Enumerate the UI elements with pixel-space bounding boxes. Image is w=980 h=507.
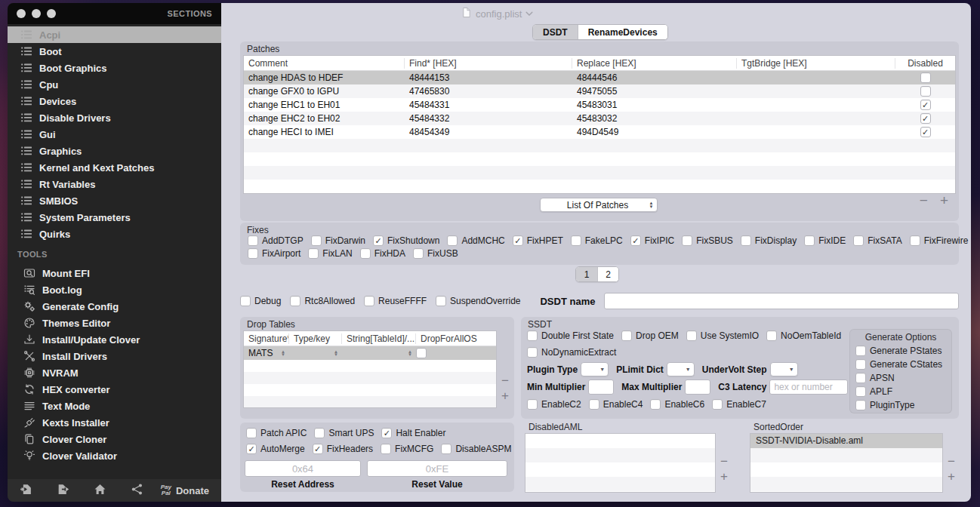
tab-renamedevices[interactable]: RenameDevices <box>578 25 667 39</box>
checkbox-box[interactable]: ✓ <box>630 235 641 246</box>
patch-row[interactable]: change HECI to IMEI48454349494D4549✓ <box>244 125 955 139</box>
checkbox-box[interactable] <box>766 330 777 341</box>
undervolt-step-select[interactable]: ▼ <box>770 362 798 376</box>
page-button-2[interactable]: 2 <box>597 267 618 281</box>
dropforallos-checkbox[interactable] <box>416 348 427 358</box>
remove-patch-button[interactable]: − <box>920 195 928 207</box>
fix-fixide[interactable]: FixIDE <box>804 235 846 246</box>
fix-fixhpet[interactable]: ✓FixHPET <box>513 235 563 246</box>
checkbox-box[interactable]: ✓ <box>313 444 323 454</box>
dsdt-rtc8allowed[interactable]: Rtc8Allowed <box>290 296 355 306</box>
checkbox-box[interactable] <box>248 248 258 259</box>
ssdt-nooemtableid[interactable]: NoOemTableId <box>766 330 841 341</box>
reset-address-input[interactable] <box>245 460 361 477</box>
checkbox-box[interactable] <box>246 428 257 438</box>
fix-fixusb[interactable]: FixUSB <box>413 248 458 259</box>
checkbox-box[interactable] <box>441 444 451 454</box>
checkbox-box[interactable] <box>311 235 322 246</box>
tool-item-clover-validator[interactable]: Clover Validator <box>8 447 221 464</box>
sidebar-item-boot-graphics[interactable]: Boot Graphics <box>8 60 221 76</box>
checkbox-box[interactable] <box>741 235 751 246</box>
checkbox-box[interactable] <box>712 399 723 410</box>
dsdt-suspendoverride[interactable]: SuspendOverride <box>436 296 520 306</box>
fix-fixdarwin[interactable]: FixDarwin <box>311 235 365 246</box>
dsdt-reuseffff[interactable]: ReuseFFFF <box>364 296 427 306</box>
checkbox-box[interactable] <box>686 330 697 341</box>
checkbox-box[interactable] <box>447 235 458 246</box>
add-aml-button[interactable]: + <box>720 472 728 481</box>
tool-item-generate-config[interactable]: Generate Config <box>8 298 221 315</box>
checkbox-box[interactable] <box>910 235 920 246</box>
add-sorted-button[interactable]: + <box>948 472 955 481</box>
ssdt-nodynamicextract[interactable]: NoDynamicExtract <box>527 347 616 358</box>
checkbox-box[interactable] <box>621 330 632 341</box>
sidebar-item-cpu[interactable]: Cpu <box>8 76 221 93</box>
tool-item-install-update-clover[interactable]: Install/Update Clover <box>8 331 221 348</box>
checkbox-box[interactable] <box>650 399 661 410</box>
minimize-button[interactable] <box>32 9 41 18</box>
remove-sorted-button[interactable]: − <box>948 456 955 466</box>
tool-item-kexts-installer[interactable]: Kexts Installer <box>8 414 221 431</box>
checkbox-box[interactable] <box>527 399 538 410</box>
tool-item-mount-efi[interactable]: Mount EFI <box>8 265 221 281</box>
checkbox-box[interactable] <box>571 235 581 246</box>
reset-value-input[interactable] <box>367 460 507 477</box>
tool-item-hex-converter[interactable]: HEX converter <box>8 381 221 398</box>
donate-button[interactable]: PayPal Donate <box>161 484 209 496</box>
document-title[interactable]: config.plist <box>461 7 533 20</box>
plimit-dict-select[interactable]: ▼ <box>667 362 695 376</box>
fix-fixsata[interactable]: FixSATA <box>853 235 902 246</box>
dsdt-debug[interactable]: Debug <box>240 296 281 306</box>
checkbox-box[interactable] <box>804 235 815 246</box>
fix-fixsbus[interactable]: FixSBUS <box>682 235 733 246</box>
ssdt-enablec6[interactable]: EnableC6 <box>650 399 704 410</box>
close-button[interactable] <box>17 9 26 18</box>
fix-fixlan[interactable]: FixLAN <box>308 248 352 259</box>
tool-item-install-drivers[interactable]: Install Drivers <box>8 348 221 364</box>
toolbar-import-button[interactable] <box>20 483 32 499</box>
ssdt-drop-oem[interactable]: Drop OEM <box>621 330 679 341</box>
sidebar-item-rt-variables[interactable]: Rt Variables <box>8 176 221 192</box>
sidebar-item-quirks[interactable]: Quirks <box>8 226 221 242</box>
tool-item-text-mode[interactable]: Text Mode <box>8 398 221 414</box>
min-multiplier-input[interactable] <box>588 379 614 395</box>
list-item[interactable]: SSDT-NVIDIA-Disable.aml <box>750 434 942 448</box>
checkbox-box[interactable]: ✓ <box>246 444 257 454</box>
sidebar-item-acpi[interactable]: Acpi <box>8 26 221 43</box>
sidebar-item-smbios[interactable]: SMBIOS <box>8 192 221 209</box>
checkbox-box[interactable] <box>855 400 866 410</box>
tool-item-boot-log[interactable]: Boot.log <box>8 281 221 298</box>
checkbox-box[interactable] <box>589 399 599 410</box>
checkbox-box[interactable] <box>855 346 866 356</box>
patch-row[interactable]: change HDAS to HDEF4844415348444546 <box>244 71 955 84</box>
tool-item-nvram[interactable]: NVRAM <box>8 364 221 381</box>
fix-adddtgp[interactable]: AddDTGP <box>248 235 304 246</box>
tool-item-clover-cloner[interactable]: Clover Cloner <box>8 431 221 447</box>
patch-row[interactable]: change EHC2 to EH024548433245483032✓ <box>244 112 955 125</box>
c3-latency-input[interactable] <box>769 379 848 395</box>
ssdt-double-first-state[interactable]: Double First State <box>527 330 614 341</box>
disabled-checkbox[interactable] <box>920 86 931 97</box>
checkbox-box[interactable] <box>682 235 692 246</box>
zoom-button[interactable] <box>47 9 56 18</box>
checkbox-box[interactable] <box>413 248 424 259</box>
checkbox-box[interactable] <box>436 296 446 306</box>
ssdt-enablec7[interactable]: EnableC7 <box>712 399 766 410</box>
fix-fixfirewire[interactable]: FixFirewire <box>910 235 969 246</box>
dsdt-name-input[interactable] <box>604 293 959 309</box>
plugin-type-select[interactable]: ▼ <box>581 362 609 376</box>
ssdt-enablec4[interactable]: EnableC4 <box>589 399 643 410</box>
disabled-checkbox[interactable]: ✓ <box>920 100 931 110</box>
list-of-patches-popup[interactable]: List Of Patches ▲▼ <box>540 198 658 212</box>
fix-addmchc[interactable]: AddMCHC <box>447 235 504 246</box>
fix-fixhda[interactable]: FixHDA <box>360 248 405 259</box>
add-patch-button[interactable]: + <box>940 195 948 207</box>
fix-fixshutdown[interactable]: ✓FixShutdown <box>373 235 439 246</box>
apic-patch-apic[interactable]: Patch APIC <box>246 428 307 438</box>
sidebar-item-gui[interactable]: Gui <box>8 126 221 143</box>
patch-row[interactable]: change EHC1 to EH014548433145483031✓ <box>244 98 955 112</box>
ssdt-use-systemio[interactable]: Use SystemIO <box>686 330 759 341</box>
apic-fixmcfg[interactable]: FixMCFG <box>381 444 433 454</box>
sidebar-item-disable-drivers[interactable]: Disable Drivers <box>8 109 221 126</box>
apic-disableaspm[interactable]: DisableASPM <box>441 444 511 454</box>
